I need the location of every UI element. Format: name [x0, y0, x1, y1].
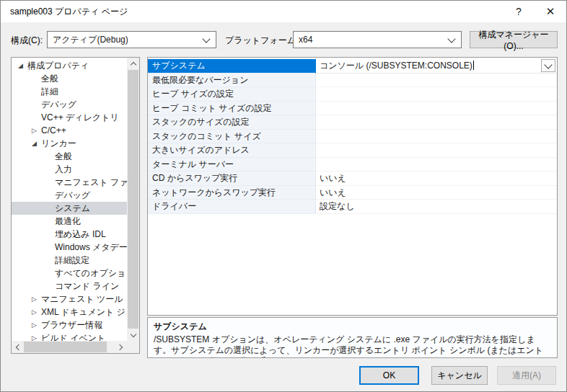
expand-icon[interactable]: ▷ [32, 318, 41, 331]
tree-item[interactable]: ◢リンカー [12, 137, 127, 150]
tree-item-label: マニフェスト ファイル [55, 176, 127, 189]
property-row[interactable]: 最低限必要なバージョン [148, 74, 557, 88]
property-name[interactable]: CD からスワップ実行 [148, 172, 316, 186]
tree-item[interactable]: 詳細設定 [12, 254, 127, 267]
tree-item-label: XML ドキュメント ジェネレー [41, 306, 127, 318]
property-value[interactable] [316, 74, 557, 88]
property-name[interactable]: ドライバー [148, 200, 316, 214]
configuration-manager-button[interactable]: 構成マネージャー(O)... [470, 31, 558, 48]
configuration-value: アクティブ(Debug) [48, 34, 203, 46]
tree-horizontal-scrollbar[interactable] [12, 341, 127, 353]
property-row[interactable]: スタックのコミット サイズ [148, 130, 557, 144]
property-value-text: コンソール (/SUBSYSTEM:CONSOLE) [320, 61, 472, 71]
property-name[interactable]: 最低限必要なバージョン [148, 74, 316, 88]
property-name[interactable]: スタックのコミット サイズ [148, 130, 316, 144]
property-name[interactable]: ヒープ コミット サイズの設定 [148, 102, 316, 116]
property-row[interactable]: ネットワークからスワップ実行いいえ [148, 186, 557, 200]
ok-button[interactable]: OK [359, 366, 419, 385]
scroll-up-icon[interactable] [127, 58, 139, 70]
property-value[interactable] [316, 115, 557, 130]
horizontal-scroll-thumb[interactable] [24, 342, 107, 352]
help-icon[interactable]: ? [503, 1, 535, 22]
property-value[interactable] [316, 102, 557, 116]
tree-item[interactable]: ◢構成プロパティ [12, 59, 127, 72]
property-row[interactable]: サブシステムコンソール (/SUBSYSTEM:CONSOLE) [148, 59, 557, 74]
property-description-panel: サブシステム /SUBSYSTEM オプションは、オペレーティング システムに … [147, 317, 558, 358]
property-name[interactable]: ヒープ サイズの設定 [148, 87, 316, 102]
scroll-right-icon[interactable] [115, 341, 127, 353]
tree-item-label: 入力 [55, 163, 72, 176]
property-grid-panel: サブシステムコンソール (/SUBSYSTEM:CONSOLE)最低限必要なバー… [147, 57, 558, 316]
property-value[interactable] [316, 143, 557, 158]
tree-item-label: VC++ ディレクトリ [41, 111, 119, 124]
scrollbar-corner [127, 341, 139, 353]
tree-item-label: 詳細 [41, 85, 58, 98]
property-value[interactable] [316, 130, 557, 144]
property-value[interactable] [316, 158, 557, 172]
property-name[interactable]: ネットワークからスワップ実行 [148, 186, 316, 200]
tree-item[interactable]: ▷ビルド イベント [12, 331, 127, 341]
tree-item[interactable]: VC++ ディレクトリ [12, 111, 127, 124]
tree-item[interactable]: 全般 [12, 72, 127, 85]
property-row[interactable]: スタックのサイズの設定 [148, 115, 557, 130]
property-tree: ◢構成プロパティ全般詳細デバッグVC++ ディレクトリ▷C/C++◢リンカー全般… [12, 59, 127, 341]
tree-item[interactable]: コマンド ライン [12, 280, 127, 293]
close-icon[interactable]: ✕ [535, 1, 566, 22]
tree-item-label: Windows メタデータ [55, 241, 127, 254]
tree-item[interactable]: ▷XML ドキュメント ジェネレー [12, 306, 127, 318]
tree-item[interactable]: ▷マニフェスト ツール [12, 293, 127, 306]
property-row[interactable]: ヒープ サイズの設定 [148, 87, 557, 102]
chevron-down-icon [447, 35, 455, 43]
expand-icon[interactable]: ▷ [32, 306, 41, 318]
property-name[interactable]: ターミナル サーバー [148, 158, 316, 172]
property-value[interactable] [316, 87, 557, 102]
property-value[interactable]: 設定なし [316, 200, 557, 214]
value-dropdown-button[interactable] [541, 59, 555, 72]
tree-item[interactable]: 入力 [12, 163, 127, 176]
property-value[interactable]: コンソール (/SUBSYSTEM:CONSOLE) [316, 59, 557, 74]
collapse-icon[interactable]: ◢ [32, 137, 41, 150]
tree-item[interactable]: 最適化 [12, 215, 127, 228]
platform-value: x64 [294, 35, 449, 45]
tree-item[interactable]: ▷ブラウザー情報 [12, 318, 127, 331]
collapse-icon[interactable]: ◢ [18, 59, 27, 72]
tree-item[interactable]: 埋め込み IDL [12, 228, 127, 241]
property-tree-panel: ◢構成プロパティ全般詳細デバッグVC++ ディレクトリ▷C/C++◢リンカー全般… [11, 57, 140, 354]
configuration-select[interactable]: アクティブ(Debug) [47, 31, 216, 48]
tree-item-label: 詳細設定 [55, 254, 89, 267]
tree-item-label: デバッグ [41, 98, 76, 111]
text-caret [473, 61, 474, 70]
expand-icon[interactable]: ▷ [32, 331, 41, 341]
tree-item[interactable]: Windows メタデータ [12, 241, 127, 254]
tree-item[interactable]: すべてのオプション [12, 267, 127, 280]
property-row[interactable]: 大きいサイズのアドレス [148, 143, 557, 158]
tree-item[interactable]: デバッグ [12, 98, 127, 111]
property-row[interactable]: ターミナル サーバー [148, 158, 557, 172]
tree-item[interactable]: システム [12, 202, 127, 215]
property-value[interactable]: いいえ [316, 172, 557, 186]
platform-select[interactable]: x64 [293, 31, 462, 48]
tree-item[interactable]: 全般 [12, 150, 127, 163]
property-row[interactable]: ヒープ コミット サイズの設定 [148, 102, 557, 116]
tree-item-label: 埋め込み IDL [55, 228, 106, 241]
expand-icon[interactable]: ▷ [32, 293, 41, 306]
apply-button[interactable]: 適用(A) [497, 366, 556, 385]
cancel-button[interactable]: キャンセル [431, 366, 488, 385]
property-value[interactable]: いいえ [316, 186, 557, 200]
tree-vertical-scrollbar[interactable] [127, 58, 139, 341]
property-name[interactable]: スタックのサイズの設定 [148, 115, 316, 130]
property-name[interactable]: サブシステム [148, 59, 316, 74]
property-name[interactable]: 大きいサイズのアドレス [148, 143, 316, 158]
tree-item[interactable]: 詳細 [12, 85, 127, 98]
tree-item[interactable]: マニフェスト ファイル [12, 176, 127, 189]
property-row[interactable]: CD からスワップ実行いいえ [148, 172, 557, 186]
expand-icon[interactable]: ▷ [32, 124, 41, 137]
vertical-scroll-thumb[interactable] [128, 70, 139, 329]
tree-item-label: リンカー [41, 137, 76, 150]
tree-item-label: 最適化 [55, 215, 81, 228]
scroll-down-icon[interactable] [127, 329, 139, 341]
tree-item[interactable]: デバッグ [12, 189, 127, 202]
property-row[interactable]: ドライバー設定なし [148, 200, 557, 214]
tree-item[interactable]: ▷C/C++ [12, 124, 127, 137]
scroll-left-icon[interactable] [12, 341, 24, 353]
